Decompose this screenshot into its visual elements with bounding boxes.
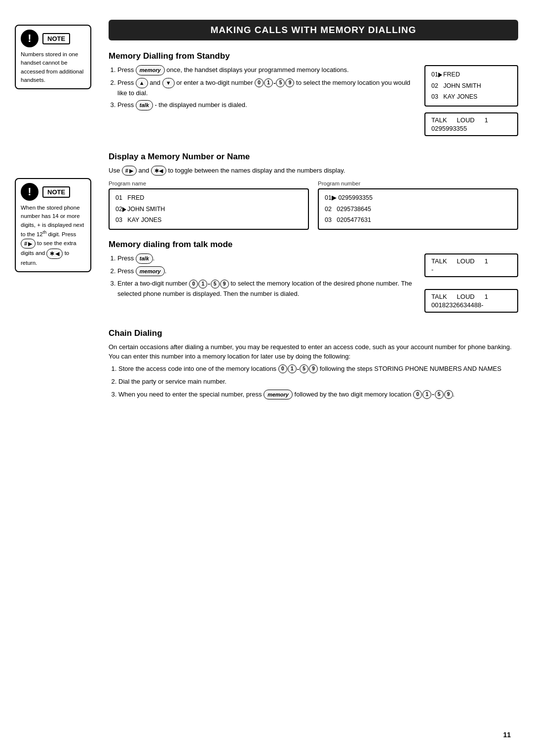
page-number: 11 — [503, 731, 511, 739]
step-3-3: Enter a two-digit number 01-59 to select… — [117, 279, 415, 298]
section-title-display-memory: Display a Memory Number or Name — [109, 152, 518, 162]
program-name-col: Program name 01 FRED 02JOHN SMITH 03 KAY… — [109, 180, 309, 230]
note-box-1: ! NOTE Numbers stored in one handset can… — [15, 25, 91, 89]
pn-row-2: 02JOHN SMITH — [115, 204, 302, 215]
display-memory-description: Use #▶ and ✱◀ to toggle between the name… — [109, 166, 518, 176]
note-text-2: When the stored phone number has 14 or m… — [21, 204, 85, 267]
section-display-memory: Display a Memory Number or Name Use #▶ a… — [109, 152, 518, 230]
star-back-key-2: ✱◀ — [151, 166, 166, 176]
num-group-2: 59 — [276, 78, 294, 87]
step-1-2: Press ▲ and ▼ or enter a two-digit numbe… — [117, 78, 415, 98]
main-content: MAKING CALLS WITH MEMORY DIALLING Memory… — [106, 20, 518, 736]
chain-step-2: Dial the party or service main number. — [118, 377, 518, 387]
display-box-program-numbers: 01▶ 0295993355 02 0295738645 03 02054776… — [318, 188, 518, 230]
section-talk-mode: Memory dialing from talk mode Press talk… — [109, 240, 518, 319]
step-3-2: Press memory. — [117, 266, 415, 277]
display-box-names-1: 01FRED 02 JOHN SMITH 03 KAY JONES — [424, 65, 518, 107]
pp-row-1: 01▶ 0295993355 — [325, 192, 511, 204]
talk-label-1: TALK — [431, 116, 447, 124]
talk-loud-number-3: 00182326634488- — [431, 301, 511, 309]
pn-row-1: 01 FRED — [115, 192, 302, 204]
note-label-2: NOTE — [42, 186, 70, 198]
pn-row-3: 03 KAY JONES — [115, 215, 302, 226]
exclamation-icon-2: ! — [21, 183, 38, 201]
program-number-col: Program number 01▶ 0295993355 02 0295738… — [318, 180, 518, 230]
talk-loud-row-3: TALK LOUD 1 — [431, 293, 511, 300]
pp-row-3: 03 0205477631 — [325, 215, 511, 226]
display-row-3: 03 KAY JONES — [431, 91, 511, 103]
chain-step-3: When you need to enter the special numbe… — [118, 390, 518, 400]
note-label-1: NOTE — [42, 33, 70, 44]
talk-loud-number-2: - — [431, 266, 511, 273]
talk-label-3: TALK — [431, 293, 447, 300]
talk-loud-box-1: TALK LOUD 1 0295993355 — [424, 112, 518, 136]
loud-num-1: 1 — [485, 116, 488, 124]
talk-label-2: TALK — [431, 257, 447, 265]
talk-loud-row-1: TALK LOUD 1 — [431, 116, 511, 124]
display-row-1: 01FRED — [431, 69, 511, 80]
down-key: ▼ — [162, 78, 175, 88]
step-1-1: Press memory once, the handset displays … — [117, 65, 415, 75]
talk-mode-instructions: Press talk. Press memory. Enter a two-di… — [109, 253, 415, 319]
num-group-7: 01 — [413, 390, 431, 399]
num-group-4: 59 — [211, 280, 229, 288]
memory-key-2: memory — [136, 266, 165, 277]
note-box-2: ! NOTE When the stored phone number has … — [15, 178, 91, 272]
program-number-label: Program number — [318, 180, 518, 186]
sidebar: ! NOTE Numbers stored in one handset can… — [15, 20, 106, 736]
chain-dialing-intro: On certain occasions after dialing a num… — [109, 342, 518, 361]
up-key: ▲ — [136, 78, 148, 88]
section-title-talk-mode: Memory dialing from talk mode — [109, 240, 518, 250]
step-1-3: Press talk - the displayed number is dia… — [117, 100, 415, 110]
talk-key-1: talk — [136, 100, 153, 110]
chain-dialing-steps: Store the access code into one of the me… — [109, 364, 518, 400]
num-group-1: 01 — [255, 78, 273, 87]
talk-loud-box-2: TALK LOUD 1 - — [424, 253, 518, 277]
display-row-2: 02 JOHN SMITH — [431, 80, 511, 92]
section-title-chain-dialing: Chain Dialing — [109, 328, 518, 338]
loud-label-3: LOUD — [457, 293, 475, 300]
display-pair: Program name 01 FRED 02JOHN SMITH 03 KAY… — [109, 180, 518, 230]
loud-label-2: LOUD — [457, 257, 475, 265]
display-box-program-names: 01 FRED 02JOHN SMITH 03 KAY JONES — [109, 188, 309, 230]
num-group-6: 59 — [300, 364, 318, 373]
section-chain-dialing: Chain Dialing On certain occasions after… — [109, 328, 518, 400]
loud-num-3: 1 — [485, 293, 488, 300]
exclamation-icon-1: ! — [21, 30, 38, 47]
memory-key-1: memory — [136, 65, 165, 75]
num-group-3: 01 — [189, 280, 207, 288]
memory-dialling-displays: 01FRED 02 JOHN SMITH 03 KAY JONES TALK L… — [424, 65, 518, 142]
talk-loud-row-2: TALK LOUD 1 — [431, 257, 511, 265]
num-group-5: 01 — [278, 364, 297, 373]
memory-dialling-instructions: Press memory once, the handset displays … — [109, 65, 415, 142]
talk-key-2: talk — [136, 253, 153, 264]
talk-loud-number-1: 0295993355 — [431, 125, 511, 132]
step-3-1: Press talk. — [117, 253, 415, 264]
memory-key-3: memory — [264, 390, 293, 400]
pp-row-2: 02 0295738645 — [325, 204, 511, 215]
hash-fwd-key: #▶ — [122, 166, 137, 176]
section-title-memory-dialling: Memory Dialling from Standby — [109, 51, 518, 61]
num-group-8: 59 — [435, 390, 453, 399]
star-back-key: ✱◀ — [46, 249, 63, 259]
section-memory-dialling: Memory Dialling from Standby Press memor… — [109, 51, 518, 142]
program-name-label: Program name — [109, 180, 309, 186]
talk-mode-displays: TALK LOUD 1 - TALK LOUD 1 00182326634488… — [424, 253, 518, 319]
chain-step-1: Store the access code into one of the me… — [118, 364, 518, 374]
loud-num-2: 1 — [485, 257, 488, 265]
talk-loud-box-3: TALK LOUD 1 00182326634488- — [424, 289, 518, 313]
loud-label-1: LOUD — [457, 116, 475, 124]
hash-forward-key: #▶ — [21, 239, 36, 249]
note-text-1: Numbers stored in one handset cannot be … — [21, 50, 85, 84]
page-title: MAKING CALLS WITH MEMORY DIALLING — [109, 20, 518, 40]
